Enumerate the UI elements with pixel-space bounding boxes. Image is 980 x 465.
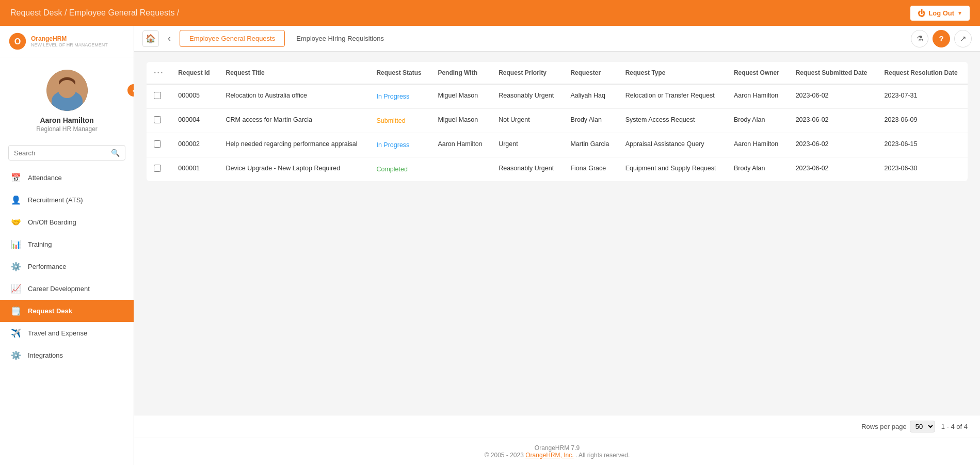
cell-request-type: Relocation or Transfer Request <box>618 84 727 109</box>
status-badge: Submitted <box>376 116 405 125</box>
search-icon: 🔍 <box>111 149 120 157</box>
row-checkbox-cell[interactable] <box>147 133 171 157</box>
sidebar-item-integrations[interactable]: ⚙️ Integrations <box>0 344 134 366</box>
sidebar-item-label: Travel and Expense <box>28 329 87 337</box>
cell-request-status: Submitted <box>369 109 430 133</box>
row-checkbox-1[interactable] <box>154 116 161 123</box>
col-request-id: Request Id <box>171 62 218 84</box>
home-button[interactable]: 🏠 <box>142 30 159 47</box>
cell-resolution-date: 2023-06-15 <box>877 133 968 157</box>
attendance-icon: 📅 <box>10 173 22 183</box>
cell-request-id: 000002 <box>171 133 218 157</box>
col-checkbox: ··· <box>147 62 171 84</box>
tab-hiring-label: Employee Hiring Requisitions <box>296 35 384 42</box>
sidebar-collapse-button[interactable]: ‹ <box>126 83 134 98</box>
user-name: Aaron Hamilton <box>40 116 93 124</box>
logout-button[interactable]: ⏻ Log Out ▼ <box>910 6 970 21</box>
user-role: Regional HR Manager <box>36 125 98 133</box>
table-header: ··· Request Id Request Title Request Sta… <box>147 62 968 84</box>
cell-resolution-date: 2023-06-30 <box>877 157 968 182</box>
logo-area: O OrangeHRM NEW LEVEL OF HR MANAGEMENT <box>0 26 134 57</box>
tab-employee-general[interactable]: Employee General Requests <box>180 30 285 47</box>
sidebar-item-requestdesk[interactable]: 🗒️ Request Desk <box>0 300 134 322</box>
row-checkbox-3[interactable] <box>154 165 161 172</box>
onboarding-icon: 🤝 <box>10 217 22 227</box>
col-request-type: Request Type <box>618 62 727 84</box>
cell-request-priority: Not Urgent <box>491 109 563 133</box>
cell-requester: Brody Alan <box>563 109 618 133</box>
table-row: 000005 Relocation to Australia office In… <box>147 84 968 109</box>
row-checkbox-cell[interactable] <box>147 109 171 133</box>
cell-request-title: CRM access for Martin Garcia <box>219 109 369 133</box>
sidebar-item-training[interactable]: 📊 Training <box>0 233 134 255</box>
filter-button[interactable]: ⚗ <box>911 30 928 47</box>
pagination-bar: Rows per page 50 25 10 1 - 4 of 4 <box>134 415 980 438</box>
logo-tagline: NEW LEVEL OF HR MANAGEMENT <box>31 42 108 47</box>
row-checkbox-0[interactable] <box>154 92 161 99</box>
cell-request-title: Device Upgrade - New Laptop Required <box>219 157 369 182</box>
col-requester: Requester <box>563 62 618 84</box>
logo-name: OrangeHRM <box>31 35 108 42</box>
table-body: 000005 Relocation to Australia office In… <box>147 84 968 181</box>
sidebar-item-onboarding[interactable]: 🤝 On/Off Boarding <box>0 211 134 233</box>
status-badge: In Progress <box>376 140 409 150</box>
cell-request-title: Help needed regarding performance apprai… <box>219 133 369 157</box>
avatar-svg <box>46 70 88 111</box>
requests-table: ··· Request Id Request Title Request Sta… <box>147 62 968 181</box>
tab-employee-hiring[interactable]: Employee Hiring Requisitions <box>287 30 393 46</box>
search-bar[interactable]: 🔍 <box>8 145 125 161</box>
status-badge: Completed <box>376 165 407 174</box>
table-row: 000004 CRM access for Martin Garcia Subm… <box>147 109 968 133</box>
cell-request-title: Relocation to Australia office <box>219 84 369 109</box>
sidebar-item-career[interactable]: 📈 Career Development <box>0 278 134 300</box>
col-request-owner: Request Owner <box>727 62 789 84</box>
performance-icon: ⚙️ <box>10 262 22 271</box>
cell-request-owner: Aaron Hamilton <box>727 133 789 157</box>
cell-resolution-date: 2023-07-31 <box>877 84 968 109</box>
more-options-icon[interactable]: ··· <box>154 68 164 77</box>
tab-bar: 🏠 ‹ Employee General Requests Employee H… <box>134 26 980 52</box>
sidebar-item-performance[interactable]: ⚙️ Performance <box>0 255 134 278</box>
back-button[interactable]: ‹ <box>161 30 178 47</box>
col-submitted-date: Request Submitted Date <box>789 62 877 84</box>
header-main-title: Request Desk <box>10 8 62 17</box>
cell-request-id: 000001 <box>171 157 218 182</box>
cell-request-status: In Progress <box>369 133 430 157</box>
svg-point-2 <box>46 70 88 111</box>
sidebar-item-label: Recruitment (ATS) <box>28 196 83 204</box>
cell-resolution-date: 2023-06-09 <box>877 109 968 133</box>
row-checkbox-cell[interactable] <box>147 157 171 182</box>
help-icon: ? <box>939 34 943 43</box>
footer-company-link[interactable]: OrangeHRM, Inc. <box>525 452 573 459</box>
logout-chevron-icon: ▼ <box>957 10 962 16</box>
rows-per-page-select[interactable]: 50 25 10 <box>910 421 935 432</box>
header-title: Request Desk / Employee General Requests… <box>10 8 179 18</box>
main-content: 🏠 ‹ Employee General Requests Employee H… <box>134 26 980 465</box>
sidebar-item-travel[interactable]: ✈️ Travel and Expense <box>0 322 134 344</box>
avatar-image <box>46 70 88 111</box>
row-checkbox-2[interactable] <box>154 140 161 148</box>
cell-pending-with: Aaron Hamilton <box>430 133 491 157</box>
sidebar-item-label: Attendance <box>28 174 62 182</box>
share-button[interactable]: ↗ <box>954 30 972 47</box>
help-button[interactable]: ? <box>933 30 950 47</box>
svg-point-4 <box>53 97 82 111</box>
footer-copyright: © 2005 - 2023 <box>485 452 524 459</box>
sidebar: O OrangeHRM NEW LEVEL OF HR MANAGEMENT ‹ <box>0 26 134 465</box>
cell-requester: Aaliyah Haq <box>563 84 618 109</box>
table-row: 000002 Help needed regarding performance… <box>147 133 968 157</box>
cell-request-owner: Brody Alan <box>727 109 789 133</box>
cell-request-type: Appraisal Assistance Query <box>618 133 727 157</box>
sidebar-item-label: Career Development <box>28 285 90 293</box>
table-area: ··· Request Id Request Title Request Sta… <box>134 52 980 415</box>
sidebar-item-attendance[interactable]: 📅 Attendance <box>0 167 134 189</box>
sidebar-item-recruitment[interactable]: 👤 Recruitment (ATS) <box>0 189 134 211</box>
footer: OrangeHRM 7.9 © 2005 - 2023 OrangeHRM, I… <box>134 438 980 465</box>
search-input[interactable] <box>14 149 111 157</box>
cell-pending-with: Miguel Mason <box>430 109 491 133</box>
rows-per-page-label: Rows per page <box>861 423 906 430</box>
requestdesk-icon: 🗒️ <box>10 306 22 316</box>
cell-request-status: Completed <box>369 157 430 182</box>
avatar <box>46 70 88 111</box>
row-checkbox-cell[interactable] <box>147 84 171 109</box>
